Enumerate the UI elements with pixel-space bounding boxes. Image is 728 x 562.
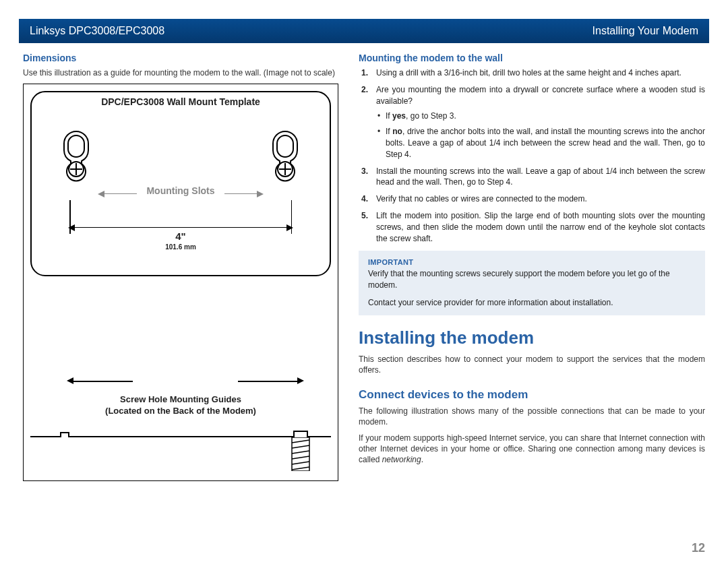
step-2: Are you mounting the modem into a drywal… bbox=[361, 84, 705, 160]
connect-heading: Connect devices to the modem bbox=[359, 388, 705, 402]
hole-marker-right-icon bbox=[293, 431, 308, 437]
keyhole-slot-left-icon bbox=[59, 129, 94, 183]
left-column: Dimensions Use this illustration as a gu… bbox=[23, 53, 340, 481]
guide-line2: (Located on the Back of the Modem) bbox=[30, 406, 331, 417]
svg-line-9 bbox=[292, 451, 309, 454]
page-number: 12 bbox=[692, 541, 705, 555]
important-label: IMPORTANT bbox=[368, 257, 696, 268]
connect-p2: If your modem supports high-speed Intern… bbox=[359, 433, 705, 466]
mounting-slots-label: Mounting Slots bbox=[137, 185, 224, 196]
page-header: Linksys DPC3008/EPC3008 Installing Your … bbox=[19, 19, 709, 43]
template-outline: DPC/EPC3008 Wall Mount Template bbox=[30, 91, 331, 276]
step-2b: If no, drive the anchor bolts into the w… bbox=[376, 126, 705, 160]
step-3: Install the mounting screws into the wal… bbox=[361, 166, 705, 189]
step-1: Using a drill with a 3/16-inch bit, dril… bbox=[361, 67, 705, 79]
header-right: Installing Your Modem bbox=[593, 25, 698, 37]
template-title: DPC/EPC3008 Wall Mount Template bbox=[32, 92, 330, 107]
important-p2: Contact your service provider for more i… bbox=[368, 297, 696, 309]
bottom-guide-row: Screw Hole Mounting Guides (Located on t… bbox=[30, 373, 331, 474]
step-2a: If yes, go to Step 3. bbox=[376, 111, 705, 122]
section-intro: This section describes how to connect yo… bbox=[359, 354, 705, 375]
dimension-mm: 101.6 mm bbox=[32, 243, 330, 251]
keyhole-slot-right-icon bbox=[268, 129, 303, 183]
wall-mount-diagram: DPC/EPC3008 Wall Mount Template bbox=[23, 84, 338, 481]
dimensions-caption: Use this illustration as a guide for mou… bbox=[23, 67, 340, 78]
baseline-icon bbox=[30, 436, 331, 437]
step-5: Lift the modem into position. Slip the l… bbox=[361, 210, 705, 244]
guide-arrows-icon bbox=[30, 373, 331, 390]
dimensions-heading: Dimensions bbox=[23, 53, 340, 63]
dimension-arrow-icon bbox=[69, 227, 292, 228]
guide-line1: Screw Hole Mounting Guides bbox=[30, 394, 331, 406]
dimension-inches: 4" bbox=[32, 230, 330, 242]
svg-line-8 bbox=[292, 445, 309, 448]
step-4: Verify that no cables or wires are conne… bbox=[361, 193, 705, 205]
important-callout: IMPORTANT Verify that the mounting screw… bbox=[359, 251, 705, 315]
connect-p1: The following illustration shows many of… bbox=[359, 406, 705, 427]
step-2-sub: If yes, go to Step 3. If no, drive the a… bbox=[376, 111, 705, 160]
important-p1: Verify that the mounting screws securely… bbox=[368, 268, 696, 291]
screw-icon bbox=[291, 437, 311, 471]
section-title-installing: Installing the modem bbox=[359, 327, 705, 348]
right-column: Mounting the modem to the wall Using a d… bbox=[359, 53, 705, 481]
header-left: Linksys DPC3008/EPC3008 bbox=[30, 25, 164, 37]
hole-marker-left-icon bbox=[60, 432, 69, 437]
guide-labels: Screw Hole Mounting Guides (Located on t… bbox=[30, 394, 331, 417]
page-content: Dimensions Use this illustration as a gu… bbox=[0, 43, 728, 481]
step-2-text: Are you mounting the modem into a drywal… bbox=[376, 85, 705, 106]
svg-line-12 bbox=[292, 467, 309, 470]
svg-line-7 bbox=[292, 440, 309, 443]
svg-line-11 bbox=[292, 462, 309, 464]
mounting-steps: Using a drill with a 3/16-inch bit, dril… bbox=[359, 67, 705, 244]
mounting-heading: Mounting the modem to the wall bbox=[359, 53, 705, 63]
svg-line-10 bbox=[292, 456, 309, 459]
